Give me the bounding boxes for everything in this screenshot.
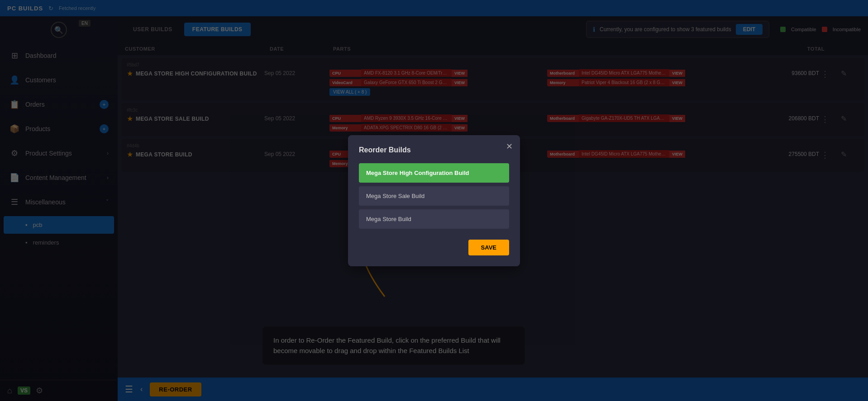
- content-area: USER BUILDS FEATURE BUILDS ℹ Currently, …: [118, 16, 868, 401]
- modal-overlay[interactable]: Reorder Builds ✕ Mega Store High Configu…: [118, 16, 868, 401]
- modal-list-item[interactable]: Mega Store Build: [359, 209, 509, 229]
- reorder-builds-modal: Reorder Builds ✕ Mega Store High Configu…: [348, 135, 520, 266]
- modal-title: Reorder Builds: [359, 146, 509, 154]
- modal-list-item[interactable]: Mega Store High Configuration Build: [359, 163, 509, 183]
- modal-list-item[interactable]: Mega Store Sale Build: [359, 186, 509, 206]
- modal-save-button[interactable]: SAVE: [468, 240, 509, 255]
- modal-close-button[interactable]: ✕: [506, 142, 513, 151]
